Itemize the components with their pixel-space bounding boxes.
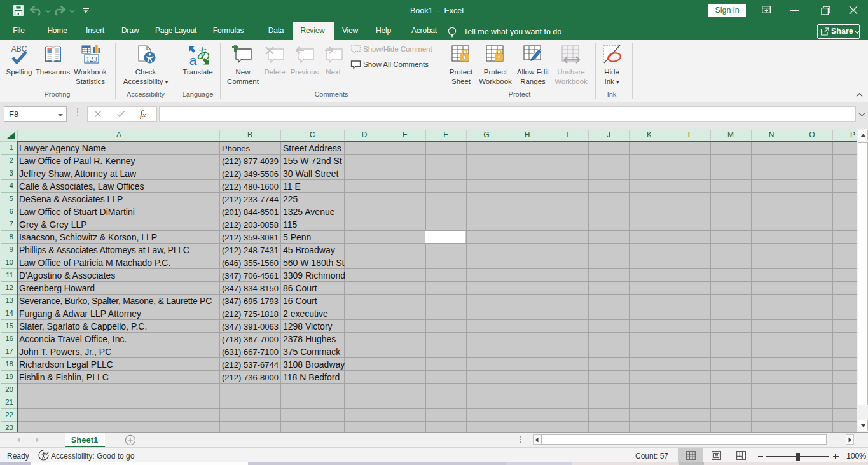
svg-text:あ: あ [197, 45, 210, 60]
svg-text:123: 123 [86, 55, 97, 64]
svg-text:a: a [189, 53, 197, 67]
